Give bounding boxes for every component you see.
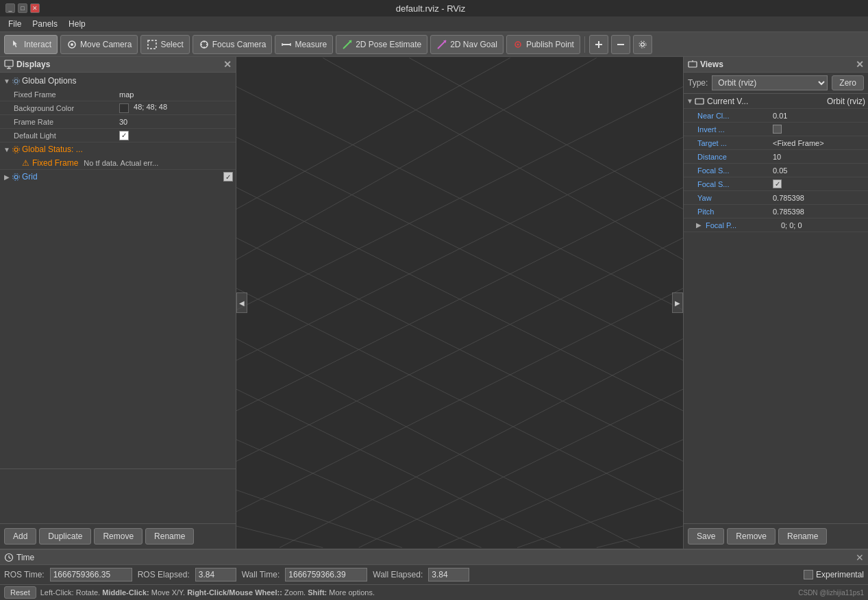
grid-canvas: [236, 57, 683, 549]
main-content: Displays ✕ ▼ Global Options Fixed Frame …: [0, 57, 868, 549]
global-status-icon: [11, 145, 21, 154]
minimize-btn[interactable]: _: [5, 3, 15, 13]
ff-error-label: Fixed Frame: [32, 158, 78, 168]
move-camera-button[interactable]: Move Camera: [60, 35, 138, 54]
background-color-value[interactable]: 48; 48; 48: [116, 102, 236, 113]
wall-elapsed-input[interactable]: [428, 568, 469, 582]
publish-point-button[interactable]: Publish Point: [506, 35, 580, 54]
interact-button[interactable]: Interact: [4, 35, 58, 54]
remove-icon-btn[interactable]: [611, 35, 630, 54]
displays-panel-close[interactable]: ✕: [223, 59, 232, 70]
wall-time-input[interactable]: [285, 568, 367, 582]
menu-file[interactable]: File: [3, 18, 27, 30]
rename-view-button[interactable]: Rename: [778, 528, 827, 545]
svg-point-26: [12, 77, 19, 84]
focal-s2-value[interactable]: ✓: [770, 179, 868, 189]
target-value[interactable]: <Fixed Frame>: [770, 138, 868, 148]
save-view-button[interactable]: Save: [688, 528, 724, 545]
grid-checkbox[interactable]: ✓: [223, 172, 233, 182]
displays-panel-icon: [4, 60, 14, 69]
ros-elapsed-input[interactable]: [195, 568, 236, 582]
remove-view-button[interactable]: Remove: [727, 528, 776, 545]
svg-point-28: [12, 146, 19, 153]
time-panel-header: Time ✕: [0, 550, 868, 565]
global-options-item[interactable]: ▼ Global Options: [0, 74, 236, 88]
select-button[interactable]: Select: [140, 35, 189, 54]
viewport[interactable]: ◀ ▶: [236, 57, 683, 549]
maximize-btn[interactable]: □: [18, 3, 27, 13]
menu-help[interactable]: Help: [63, 18, 91, 30]
current-view-expand[interactable]: ▼: [686, 97, 695, 105]
current-view-header[interactable]: ▼ Current V... Orbit (rviz): [684, 94, 868, 109]
views-panel-close[interactable]: ✕: [856, 59, 864, 70]
near-clip-value[interactable]: 0.01: [770, 111, 868, 121]
default-light-value[interactable]: ✓: [116, 130, 236, 141]
background-color-row: Background Color 48; 48; 48: [0, 101, 236, 115]
focal-s2-checkbox[interactable]: ✓: [773, 179, 782, 188]
views-empty-area: [684, 290, 868, 524]
experimental-checkbox[interactable]: [804, 570, 813, 579]
measure-label: Measure: [295, 40, 327, 49]
displays-panel-inner: Displays ✕ ▼ Global Options Fixed Frame …: [0, 57, 236, 468]
pitch-label: Pitch: [695, 207, 770, 216]
default-light-checkbox[interactable]: ✓: [119, 131, 129, 140]
2d-pose-icon: [342, 39, 353, 50]
close-btn[interactable]: ✕: [30, 3, 40, 13]
pitch-value[interactable]: 0.785398: [770, 207, 868, 216]
bottom-area: Time ✕ ROS Time: ROS Elapsed: Wall Time:…: [0, 549, 868, 600]
add-button[interactable]: Add: [4, 528, 36, 545]
focus-camera-button[interactable]: Focus Camera: [193, 35, 273, 54]
select-label: Select: [160, 40, 183, 49]
viewport-right-arrow[interactable]: ▶: [672, 292, 683, 313]
svg-line-61: [9, 558, 11, 559]
remove-display-button[interactable]: Remove: [94, 528, 142, 545]
time-panel-close[interactable]: ✕: [856, 552, 864, 563]
global-status-item[interactable]: ▼ Global Status: ...: [0, 142, 236, 156]
focal-p-value[interactable]: 0; 0; 0: [778, 221, 868, 230]
current-view-type: Orbit (rviz): [827, 97, 865, 106]
rename-display-button[interactable]: Rename: [145, 528, 194, 545]
ff-error-value: No tf data. Actual err...: [84, 159, 158, 167]
yaw-value[interactable]: 0.785398: [770, 193, 868, 203]
experimental-label: Experimental: [816, 570, 864, 579]
2d-nav-button[interactable]: 2D Nav Goal: [430, 35, 504, 54]
views-type-label: Type:: [688, 78, 708, 88]
global-status-expand[interactable]: ▼: [3, 145, 11, 153]
distance-label: Distance: [695, 152, 770, 162]
focal-s1-label: Focal S...: [695, 166, 770, 175]
focal-p-label: Focal P...: [703, 221, 778, 230]
settings-icon-btn[interactable]: [633, 35, 652, 54]
frame-rate-value[interactable]: 30: [116, 117, 236, 127]
invert-checkbox[interactable]: [773, 125, 782, 134]
fixed-frame-value[interactable]: map: [116, 90, 236, 99]
duplicate-button[interactable]: Duplicate: [39, 528, 91, 545]
distance-value[interactable]: 10: [770, 152, 868, 162]
global-status-label: Global Status: ...: [22, 145, 233, 154]
ros-time-input[interactable]: [50, 568, 132, 582]
menu-panels[interactable]: Panels: [27, 18, 63, 30]
window-controls[interactable]: _ □ ✕: [5, 3, 40, 13]
focal-s1-value[interactable]: 0.05: [770, 166, 868, 175]
views-panel-header: Views ✕: [684, 57, 868, 73]
2d-pose-button[interactable]: 2D Pose Estimate: [336, 35, 427, 54]
focal-s2-label: Focal S...: [695, 179, 770, 189]
viewport-left-arrow[interactable]: ◀: [236, 292, 247, 313]
focal-p-expand[interactable]: ▶: [695, 221, 703, 229]
grid-expand[interactable]: ▶: [3, 173, 11, 181]
add-icon-btn[interactable]: [589, 35, 608, 54]
reset-button[interactable]: Reset: [4, 586, 36, 599]
grid-item[interactable]: ▶ Grid ✓: [0, 170, 236, 184]
svg-point-25: [14, 79, 18, 83]
publish-point-icon: [512, 39, 523, 50]
global-options-label: Global Options: [22, 76, 233, 86]
distance-row: Distance 10: [684, 150, 868, 164]
global-options-expand[interactable]: ▼: [3, 77, 11, 85]
measure-button[interactable]: Measure: [275, 35, 333, 54]
invert-row: Invert ...: [684, 123, 868, 136]
yaw-label: Yaw: [695, 193, 770, 203]
zero-button[interactable]: Zero: [832, 75, 864, 90]
displays-panel-header: Displays ✕: [0, 57, 236, 73]
displays-buttons: Add Duplicate Remove Rename: [0, 523, 236, 549]
views-type-select[interactable]: Orbit (rviz): [712, 75, 828, 90]
invert-value[interactable]: [770, 124, 868, 134]
